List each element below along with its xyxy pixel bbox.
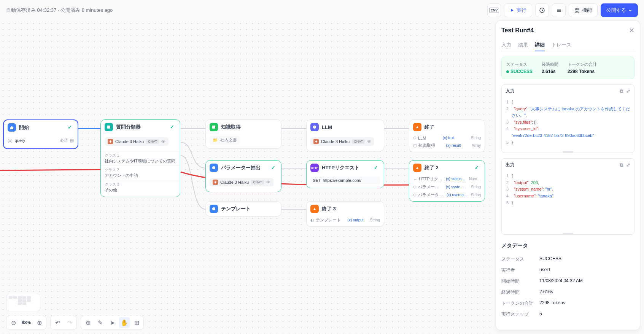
organize-button[interactable]: ⊞ <box>131 317 142 328</box>
copy-button[interactable]: ⧉ <box>620 162 623 168</box>
copy-button[interactable]: ⧉ <box>620 88 623 94</box>
env-button[interactable]: ENV <box>487 3 501 17</box>
node-classifier[interactable]: 質問分類器 ✓ ✱ Claude 3 Haiku CHAT 👁 クラス 1社内シ… <box>100 119 180 197</box>
param-row: ◐テンプレート(x) outputString <box>307 216 384 224</box>
expand-button[interactable]: ⤢ <box>626 88 630 94</box>
eye-icon: 👁 <box>266 180 270 184</box>
node-end-3[interactable]: 終了 3 ◐テンプレート(x) outputString <box>306 201 384 227</box>
settings-list-button[interactable] <box>552 3 566 17</box>
pointer-button[interactable]: ➤ <box>107 317 118 328</box>
node-knowledge[interactable]: 知識取得 📁社内文書 <box>205 119 281 149</box>
node-title: 質問分類器 <box>116 124 141 130</box>
var-prefix: (x) <box>8 138 13 143</box>
var-name: query <box>15 138 25 143</box>
close-button[interactable]: ✕ <box>629 26 634 35</box>
svg-rect-8 <box>212 126 215 129</box>
http-method: GET <box>313 178 321 183</box>
schedule-button[interactable] <box>535 3 549 17</box>
workflow-canvas[interactable]: 開始 ✓ (x) query 必須 ▤ 質問分類器 ✓ ✱ Claude 3 H… <box>0 21 496 334</box>
node-title: 終了 3 <box>322 205 336 212</box>
node-end-2[interactable]: 終了 2 ✓ ↔HTTPリク…(x) status…Num… ⊙パラメー…(x)… <box>409 160 485 202</box>
eye-icon: 👁 <box>161 139 165 144</box>
hand-button[interactable]: ✋ <box>119 317 130 328</box>
metadata-section: メタデータ ステータスSUCCESS 実行者user1 開始時間11/08/20… <box>501 242 634 320</box>
redo-button[interactable]: ↷ <box>64 317 75 328</box>
node-http-request[interactable]: HTTP HTTPリクエスト ✓ GET https://example.com… <box>306 160 384 188</box>
autosave-status: 自動保存済み 04:32:37 · 公開済み 8 minutes ago <box>6 7 113 14</box>
output-code-block: 出力 ⧉⤢ 1{ 2 "output": 200, 3 "system_name… <box>501 158 634 235</box>
svg-rect-3 <box>575 11 577 13</box>
node-parameter-extraction[interactable]: パラメーター抽出 ✓ ✱ Claude 3 Haiku CHAT 👁 <box>205 160 281 192</box>
class-1: クラス 1社内システムやIT環境についての質問 <box>101 151 180 165</box>
tab-input[interactable]: 入力 <box>501 39 511 51</box>
param-row: ⊙パラメータ…(x) userna…String <box>409 191 485 199</box>
svg-rect-1 <box>575 8 577 10</box>
zoom-in-button[interactable]: ⊕ <box>34 317 45 328</box>
required-label: 必須 <box>60 138 68 143</box>
status-dot-icon <box>506 70 509 73</box>
home-icon <box>8 123 16 132</box>
publish-button[interactable]: 公開する <box>601 3 638 17</box>
topbar: 自動保存済み 04:32:37 · 公開済み 8 minutes ago ENV… <box>0 0 644 21</box>
zoom-controls: ⊖ 88% ⊕ <box>6 316 46 329</box>
node-start[interactable]: 開始 ✓ (x) query 必須 ▤ <box>3 119 78 149</box>
svg-rect-7 <box>107 126 110 129</box>
tab-result[interactable]: 結果 <box>518 39 528 51</box>
llm-icon <box>310 123 319 131</box>
expand-button[interactable]: ⤢ <box>626 162 630 168</box>
zoom-out-button[interactable]: ⊖ <box>8 317 19 328</box>
clock-icon <box>539 7 545 13</box>
test-run-panel: Test Run#4 ✕ 入力 結果 詳細 トレース ステータス SUCCESS… <box>496 21 640 330</box>
anthropic-icon: ✱ <box>108 139 113 144</box>
end-icon <box>413 164 421 172</box>
svg-point-10 <box>212 166 215 169</box>
tab-detail[interactable]: 詳細 <box>535 39 545 51</box>
node-title: 終了 2 <box>425 164 439 171</box>
param-row: ⊙LLM(x) textString <box>409 134 485 142</box>
extract-icon <box>210 164 218 172</box>
folder-icon: 📁 <box>213 138 218 143</box>
class-3: クラス 3その他 <box>101 180 180 194</box>
param-row: ⊙パラメー…(x) syste…String <box>409 183 485 191</box>
anthropic-icon: ✱ <box>213 180 218 185</box>
param-row: ▢知識取得(x) resultArray <box>409 142 485 150</box>
check-icon: ✓ <box>68 124 74 130</box>
panel-tabs: 入力 結果 詳細 トレース <box>501 39 634 51</box>
undo-button[interactable]: ↶ <box>52 317 63 328</box>
note-button[interactable]: ✎ <box>95 317 105 328</box>
check-icon: ✓ <box>170 124 176 130</box>
http-icon: HTTP <box>310 164 319 172</box>
metadata-title: メタデータ <box>501 242 634 249</box>
node-template[interactable]: テンプレート <box>205 201 281 216</box>
resize-handle[interactable] <box>563 151 573 153</box>
grid-icon <box>574 8 580 13</box>
node-end-1[interactable]: 終了 ⊙LLM(x) textString ▢知識取得(x) resultArr… <box>409 119 485 152</box>
node-title: 終了 <box>425 124 434 130</box>
end-icon <box>413 123 421 131</box>
node-llm[interactable]: LLM ✱ Claude 3 Haiku CHAT 👁 <box>306 119 384 151</box>
add-node-button[interactable]: ⊕ <box>83 317 93 328</box>
svg-rect-2 <box>578 8 579 10</box>
code-body[interactable]: 1{ 2 "output": 200, 3 "system_name": "hr… <box>502 171 634 210</box>
http-url: https://example.com/ <box>323 178 362 183</box>
model-chip: ✱ Claude 3 Haiku CHAT 👁 <box>210 178 274 186</box>
model-chip: ✱ Claude 3 Haiku CHAT 👁 <box>105 137 169 146</box>
check-icon: ✓ <box>374 165 380 171</box>
doc-chip: 📁社内文書 <box>210 136 240 145</box>
node-title: LLM <box>322 124 332 130</box>
zoom-level: 88% <box>20 320 32 325</box>
status-card: ステータス SUCCESS 経過時間 2.616s トークンの合計 2298 T… <box>501 57 634 79</box>
features-button[interactable]: 機能 <box>569 3 598 17</box>
node-title: パラメーター抽出 <box>221 164 261 171</box>
tab-trace[interactable]: トレース <box>552 39 571 51</box>
resize-handle[interactable] <box>563 233 573 234</box>
model-chip: ✱ Claude 3 Haiku CHAT 👁 <box>310 137 374 146</box>
code-body[interactable]: 1{ 2 "query": "人事システムに tanaka のアカウントを作成し… <box>502 97 634 150</box>
run-button[interactable]: 実行 <box>504 3 532 17</box>
node-title: 知識取得 <box>221 124 241 130</box>
input-code-block: 入力 ⧉⤢ 1{ 2 "query": "人事システムに tanaka のアカウ… <box>501 84 634 153</box>
minimap[interactable] <box>6 294 40 311</box>
topbar-actions: ENV 実行 機能 公開する <box>487 3 638 17</box>
play-icon <box>510 8 514 13</box>
end-icon <box>310 205 319 213</box>
